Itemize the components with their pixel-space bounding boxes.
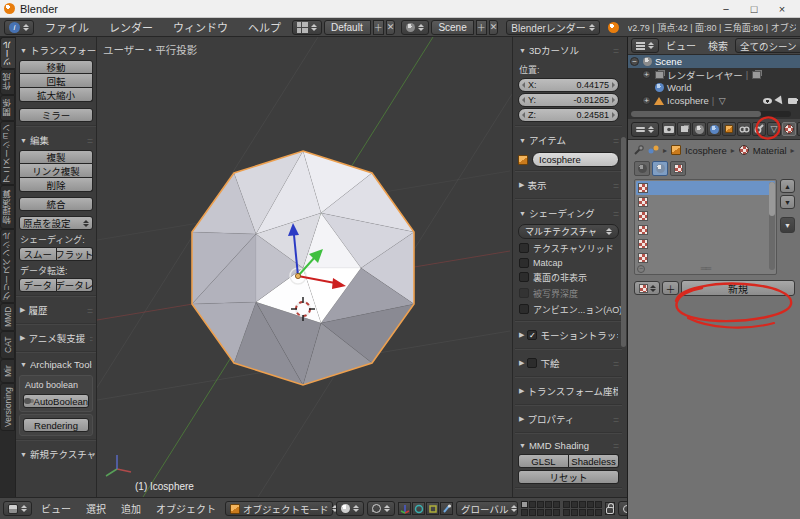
proportional-edit-select[interactable]: [618, 501, 627, 516]
panel-transform-header[interactable]: ▼トランスフォーム: [19, 40, 93, 60]
panel-motion-tracking-header[interactable]: ▶✓モーショントラッキン: [518, 325, 619, 345]
scene-icon-button[interactable]: [401, 20, 429, 35]
menu-select[interactable]: 選択: [80, 501, 112, 516]
join-button[interactable]: 統合: [19, 197, 93, 211]
material-slot[interactable]: [636, 251, 775, 265]
expand-icon[interactable]: +: [642, 96, 651, 105]
outliner-row-scene[interactable]: − Scene: [628, 55, 800, 68]
menu-file[interactable]: ファイル: [36, 19, 98, 35]
add-material-button[interactable]: ＋: [662, 281, 679, 295]
lock-to-scene-icon[interactable]: [605, 502, 615, 515]
tab-physics[interactable]: 物理演算: [0, 185, 15, 229]
panel-drag-dots-icon[interactable]: ::::: [613, 46, 618, 55]
checkbox-icon[interactable]: [527, 358, 537, 368]
menu-add[interactable]: 追加: [115, 501, 147, 516]
material-slot[interactable]: [636, 195, 775, 209]
expand-icon[interactable]: +: [642, 70, 651, 79]
maximize-button[interactable]: □: [740, 0, 768, 17]
manipulator-pointer-icon[interactable]: [440, 502, 453, 515]
editor-type-selector[interactable]: [631, 122, 659, 137]
rotate-button[interactable]: 回転: [19, 74, 93, 88]
new-material-button[interactable]: 新規: [681, 280, 795, 296]
menu-view[interactable]: ビュー: [661, 38, 701, 53]
rendering-button[interactable]: Rendering: [23, 418, 89, 432]
tab-mir[interactable]: Mir: [0, 359, 15, 383]
add-layout-button[interactable]: ＋: [373, 20, 384, 35]
viewport-shading-select[interactable]: [336, 501, 364, 516]
panel-drag-dots-icon[interactable]: ::: [90, 334, 92, 343]
tab-world-icon[interactable]: [707, 122, 721, 136]
outliner-row-world[interactable]: World: [628, 81, 800, 94]
screen-layout-name[interactable]: Default: [324, 20, 371, 35]
panel-edit-header[interactable]: ▼編集::::: [19, 130, 93, 150]
mirror-button[interactable]: ミラー: [19, 108, 93, 122]
npanel-scrollbar[interactable]: [621, 137, 626, 347]
material-slot[interactable]: [636, 237, 775, 251]
panel-drag-dots-icon[interactable]: ::::: [613, 136, 618, 145]
outliner-row-render-layers[interactable]: + レンダーレイヤー |: [628, 68, 800, 81]
panel-drag-dots-icon[interactable]: ::::: [87, 136, 92, 145]
cursor-y-field[interactable]: Y:-0.81265: [518, 93, 619, 107]
shadeless-button[interactable]: Shadeless: [569, 454, 619, 468]
panel-drag-dots-icon[interactable]: ::::: [87, 306, 92, 315]
visibility-eye-icon[interactable]: [763, 98, 772, 104]
slot-move-down-button[interactable]: ▼: [780, 195, 795, 209]
menu-help[interactable]: ヘルプ: [239, 19, 290, 35]
3d-viewport[interactable]: ユーザー・平行投影 (1) Icosphere: [97, 37, 512, 497]
shade-flat-button[interactable]: フラット: [57, 247, 94, 261]
scale-button[interactable]: 拡大縮小: [19, 88, 93, 102]
editor-type-selector[interactable]: [631, 38, 659, 53]
tab-material-icon[interactable]: [782, 122, 796, 136]
menu-object[interactable]: オブジェクト: [150, 501, 222, 516]
panel-properties-header[interactable]: ▶プロパティ::::: [518, 409, 619, 429]
panel-history-header[interactable]: ▶履歴::::: [19, 300, 93, 320]
tab-grease-pencil[interactable]: グリースペンシル: [0, 229, 15, 303]
panel-mmd-shading-header[interactable]: ▼MMD Shading::::: [518, 437, 619, 454]
browse-material-button[interactable]: [634, 281, 660, 295]
translate-manipulator-icon[interactable]: [398, 502, 411, 515]
panel-transform-orientation-header[interactable]: ▶トランスフォーム座標系: [518, 381, 619, 401]
tab-render-layers-icon[interactable]: [677, 122, 691, 136]
cursor-z-field[interactable]: Z:0.24581: [518, 108, 619, 122]
tab-tools[interactable]: ツール: [0, 37, 15, 69]
panel-animation-header[interactable]: ▶アニメ製支援::: [19, 328, 93, 348]
add-scene-button[interactable]: ＋: [476, 20, 487, 35]
checkbox-icon[interactable]: [519, 272, 529, 282]
move-button[interactable]: 移動: [19, 60, 93, 74]
delete-scene-button[interactable]: ✕: [489, 20, 499, 35]
pivot-point-select[interactable]: [367, 501, 395, 516]
screen-layout-icon-button[interactable]: [292, 20, 322, 35]
context-texture-icon[interactable]: [670, 161, 686, 176]
checkbox-icon[interactable]: ✓: [527, 330, 537, 340]
material-slot-list[interactable]: − ══: [634, 179, 777, 275]
auto-boolean-button[interactable]: AutoBoolean: [23, 394, 89, 408]
tab-versioning[interactable]: Versioning: [0, 383, 15, 431]
context-world-icon[interactable]: [634, 161, 650, 176]
editor-type-selector[interactable]: [3, 501, 32, 516]
layer-grid-right[interactable]: [563, 501, 602, 516]
menu-window[interactable]: ウィンドウ: [164, 19, 237, 35]
close-button[interactable]: ×: [768, 0, 796, 17]
shade-smooth-button[interactable]: スムー: [19, 247, 57, 261]
panel-item-header[interactable]: ▼アイテム::::: [518, 130, 619, 150]
tab-scene-icon[interactable]: [692, 122, 706, 136]
tab-constraints-icon[interactable]: [737, 122, 751, 136]
scale-manipulator-icon[interactable]: [426, 502, 439, 515]
checkbox-icon[interactable]: [519, 243, 529, 253]
option-ambient-occlusion[interactable]: アンビエン...ョン(AO): [518, 301, 619, 317]
panel-shading-header[interactable]: ▼シェーディング::::: [518, 203, 619, 223]
panel-background-image-header[interactable]: ▶下絵::::: [518, 353, 619, 373]
tab-cat[interactable]: CAT: [0, 331, 15, 359]
tab-relations[interactable]: 関係: [0, 95, 15, 121]
panel-3d-cursor-header[interactable]: ▼3Dカーソル::::: [518, 40, 619, 60]
tab-create[interactable]: 作成: [0, 69, 15, 95]
tab-object-icon[interactable]: [722, 122, 736, 136]
delete-layout-button[interactable]: ✕: [386, 20, 396, 35]
menu-search[interactable]: 検索: [703, 38, 733, 53]
menu-view[interactable]: ビュー: [35, 501, 77, 516]
material-slot[interactable]: [636, 209, 775, 223]
outliner-row-icosphere[interactable]: + Icosphere | ▽: [628, 94, 800, 107]
slot-move-up-button[interactable]: ▲: [780, 179, 795, 193]
list-resize-grip[interactable]: ══: [701, 264, 710, 273]
panel-drag-dots-icon[interactable]: ::::: [613, 359, 618, 368]
